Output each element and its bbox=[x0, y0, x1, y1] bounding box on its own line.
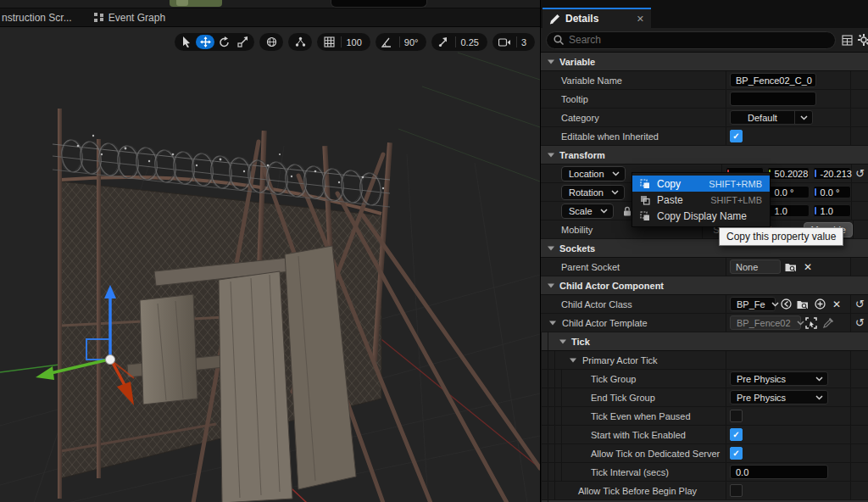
location-z-field[interactable]: -20.213 bbox=[813, 167, 851, 180]
section-sockets-label: Sockets bbox=[559, 243, 595, 254]
diag-arrow-icon bbox=[438, 37, 448, 47]
start-with-tick-enabled-checkbox[interactable] bbox=[730, 428, 743, 441]
chevron-down-icon bbox=[600, 209, 608, 214]
child-actor-template-value: BP_Fence02 bbox=[731, 318, 797, 328]
context-menu-item-copy-display-name[interactable]: Copy Display Name bbox=[632, 208, 770, 224]
lock-icon[interactable] bbox=[623, 206, 632, 216]
scale-mode-dropdown[interactable]: Scale bbox=[561, 204, 614, 219]
tab-construction-script[interactable]: nstruction Scr... bbox=[0, 8, 79, 26]
reset-to-default-icon[interactable]: ↺ bbox=[855, 316, 865, 329]
chevron-down-icon bbox=[771, 298, 779, 310]
context-menu-item-paste[interactable]: Paste SHIFT+LMB bbox=[632, 192, 770, 208]
end-tick-group-combobox[interactable]: Pre Physics bbox=[730, 390, 828, 404]
tooltip-input[interactable] bbox=[730, 92, 816, 106]
location-mode-dropdown[interactable]: Location bbox=[561, 166, 626, 181]
details-tab-label: Details bbox=[565, 13, 598, 25]
camera-speed-group: 3 bbox=[492, 33, 535, 51]
category-combobox[interactable]: Default bbox=[730, 110, 813, 125]
settings-gear-icon[interactable] bbox=[858, 34, 868, 46]
angle-snap-value[interactable]: 90° bbox=[399, 36, 425, 47]
copy-label: Copy bbox=[657, 178, 681, 190]
rotate-icon bbox=[219, 36, 230, 47]
section-tick[interactable]: Tick bbox=[541, 332, 868, 351]
editable-label: Editable when Inherited bbox=[561, 131, 659, 142]
cursor-icon bbox=[182, 36, 192, 47]
reset-to-default-icon[interactable]: ↺ bbox=[855, 298, 865, 310]
tick-even-when-paused-checkbox[interactable] bbox=[730, 410, 743, 422]
grid-snap-value[interactable]: 100 bbox=[341, 36, 367, 47]
section-variable[interactable]: Variable bbox=[541, 53, 868, 71]
graph-tab-bar: nstruction Scr... Event Graph bbox=[0, 8, 540, 27]
scale-icon bbox=[237, 36, 248, 47]
tab-construction-script-label: nstruction Scr... bbox=[2, 12, 72, 24]
rotate-tool-button[interactable] bbox=[214, 35, 233, 49]
clear-socket-icon[interactable]: ✕ bbox=[801, 260, 815, 274]
section-child-actor-label: Child Actor Component bbox=[559, 281, 664, 291]
world-space-button[interactable] bbox=[262, 35, 281, 49]
scale-y-field[interactable]: 1.0 bbox=[767, 204, 810, 217]
compile-button-remnant[interactable] bbox=[170, 0, 222, 7]
scale-tool-button[interactable] bbox=[233, 35, 252, 49]
paste-shortcut: SHIFT+LMB bbox=[710, 195, 762, 205]
grid-snap-button[interactable] bbox=[320, 35, 338, 49]
tick-group-combobox[interactable]: Pre Physics bbox=[730, 371, 828, 386]
tick-group-label: Tick Group bbox=[591, 374, 636, 384]
eyedropper-icon[interactable] bbox=[821, 316, 835, 330]
add-new-asset-icon[interactable] bbox=[813, 298, 826, 311]
rotation-mode-dropdown[interactable]: Rotation bbox=[561, 185, 625, 200]
marquee-select-icon[interactable] bbox=[804, 316, 818, 330]
copy-icon bbox=[640, 211, 650, 221]
grid-icon bbox=[324, 36, 335, 47]
close-tab-icon[interactable]: ✕ bbox=[637, 14, 644, 25]
rotation-z-field[interactable]: 0.0 ° bbox=[813, 186, 851, 198]
angle-snap-button[interactable] bbox=[378, 35, 397, 49]
details-tab[interactable]: Details ✕ bbox=[542, 8, 651, 28]
scale-snap-value[interactable]: 0.25 bbox=[455, 36, 484, 47]
child-actor-class-value: BP_Fe bbox=[731, 299, 771, 310]
allow-tick-dedicated-server-checkbox[interactable] bbox=[730, 447, 743, 460]
graph-icon bbox=[94, 13, 103, 22]
child-actor-template-combobox[interactable]: BP_Fence02 bbox=[730, 315, 801, 330]
tab-event-graph-label: Event Graph bbox=[108, 12, 165, 24]
section-child-actor-component[interactable]: Child Actor Component bbox=[541, 276, 868, 295]
search-input[interactable]: Search bbox=[546, 31, 836, 49]
grid-snap-group: 100 bbox=[317, 33, 370, 51]
display-filter-icon[interactable] bbox=[842, 35, 853, 46]
mobility-label: Mobility bbox=[561, 225, 593, 235]
copy-shortcut: SHIFT+RMB bbox=[709, 179, 762, 189]
surface-snapping-button[interactable] bbox=[291, 35, 309, 49]
browse-socket-icon[interactable] bbox=[784, 260, 798, 274]
section-transform[interactable]: Transform bbox=[541, 146, 868, 165]
allow-tick-before-begin-play-checkbox[interactable] bbox=[730, 484, 743, 497]
viewport-canvas[interactable]: 100 90° 0.25 3 bbox=[0, 27, 540, 502]
use-selected-asset-icon[interactable] bbox=[779, 298, 793, 311]
child-actor-class-combobox[interactable]: BP_Fe bbox=[730, 297, 776, 311]
move-icon bbox=[200, 36, 211, 47]
expand-arrow-icon[interactable] bbox=[549, 320, 556, 326]
expand-arrow-icon[interactable] bbox=[570, 357, 576, 363]
category-label: Category bbox=[561, 113, 599, 123]
select-tool-button[interactable] bbox=[177, 35, 196, 49]
camera-speed-button[interactable] bbox=[495, 35, 514, 49]
camera-speed-value[interactable]: 3 bbox=[516, 36, 532, 47]
scale-snap-button[interactable] bbox=[434, 35, 453, 49]
rotation-y-field[interactable]: 0.0 ° bbox=[767, 186, 810, 198]
chevron-down-icon bbox=[612, 171, 620, 176]
variable-name-label: Variable Name bbox=[561, 75, 622, 86]
tick-interval-input[interactable]: 0.0 bbox=[730, 465, 828, 479]
variable-name-input[interactable]: BP_Fence02_C_0 bbox=[730, 73, 816, 87]
row-child-actor-class: Child Actor Class BP_Fe ✕ ↺ bbox=[541, 295, 868, 314]
row-tick-group: Tick Group Pre Physics bbox=[541, 370, 868, 388]
scale-z-field[interactable]: 1.0 bbox=[813, 204, 851, 217]
move-tool-button[interactable] bbox=[196, 35, 214, 49]
editable-checkbox[interactable] bbox=[730, 130, 743, 142]
context-menu-item-copy[interactable]: Copy SHIFT+RMB bbox=[632, 176, 770, 192]
location-y-field[interactable]: 50.2028 bbox=[767, 167, 810, 180]
parent-socket-input[interactable]: None bbox=[730, 259, 781, 274]
reset-to-default-icon[interactable]: ↺ bbox=[855, 167, 865, 180]
tab-event-graph[interactable]: Event Graph bbox=[87, 8, 172, 26]
row-tick-even-when-paused: Tick Even when Paused bbox=[541, 407, 868, 426]
browse-asset-icon[interactable] bbox=[796, 298, 810, 311]
clear-class-icon[interactable]: ✕ bbox=[830, 298, 843, 311]
details-tab-strip: Details ✕ bbox=[541, 0, 868, 28]
